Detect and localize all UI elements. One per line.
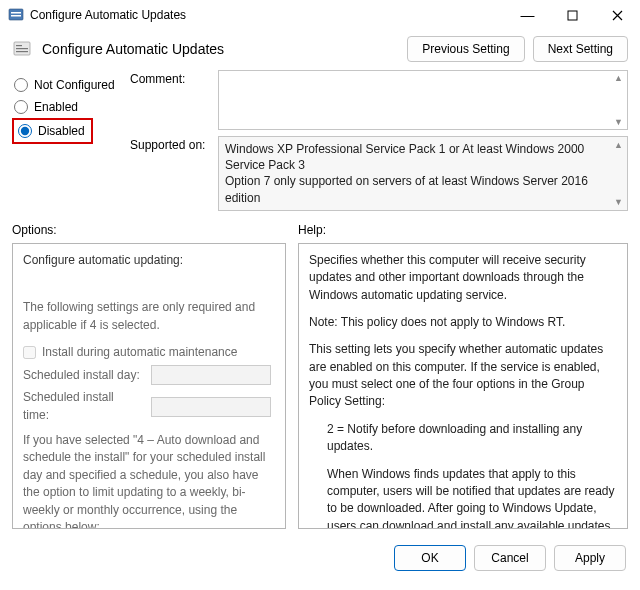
scheduled-day-select[interactable]: [151, 365, 271, 385]
help-p2: Note: This policy does not apply to Wind…: [309, 314, 617, 331]
radio-enabled-label: Enabled: [34, 100, 78, 114]
header: Configure Automatic Updates Previous Set…: [0, 30, 640, 70]
install-during-maintenance-checkbox[interactable]: [23, 346, 36, 359]
footer: OK Cancel Apply: [0, 537, 640, 579]
radio-disabled-input[interactable]: [18, 124, 32, 138]
disabled-highlight: Disabled: [12, 118, 93, 144]
supported-row: Supported on: Windows XP Professional Se…: [130, 136, 628, 211]
scheduled-time-label: Scheduled install time:: [23, 389, 143, 424]
radio-not-configured-label: Not Configured: [34, 78, 115, 92]
help-p1: Specifies whether this computer will rec…: [309, 252, 617, 304]
scroll-up-icon: ▲: [614, 139, 623, 151]
help-p3: This setting lets you specify whether au…: [309, 341, 617, 411]
maximize-button[interactable]: [550, 0, 595, 30]
radio-disabled-label: Disabled: [38, 124, 85, 138]
help-panel[interactable]: Specifies whether this computer will rec…: [298, 243, 628, 529]
svg-rect-0: [9, 9, 23, 20]
scheduled-time-row: Scheduled install time:: [23, 389, 275, 424]
scheduled-day-row: Scheduled install day:: [23, 365, 275, 385]
help-p4: 2 = Notify before downloading and instal…: [327, 421, 617, 456]
next-setting-button[interactable]: Next Setting: [533, 36, 628, 62]
panel-labels: Options: Help:: [0, 217, 640, 239]
svg-rect-6: [16, 48, 28, 49]
scroll-down-icon: ▼: [614, 196, 623, 208]
svg-rect-2: [11, 15, 21, 17]
ok-button[interactable]: OK: [394, 545, 466, 571]
svg-rect-3: [568, 11, 577, 20]
policy-item-icon: [12, 39, 32, 59]
svg-rect-7: [16, 51, 28, 52]
options-panel[interactable]: Configure automatic updating: The follow…: [12, 243, 286, 529]
window-title: Configure Automatic Updates: [30, 8, 186, 22]
apply-button[interactable]: Apply: [554, 545, 626, 571]
scheduled-day-label: Scheduled install day:: [23, 367, 143, 384]
scroll-down-icon: ▼: [614, 117, 623, 127]
svg-rect-5: [16, 45, 22, 46]
radio-enabled-input[interactable]: [14, 100, 28, 114]
install-during-maintenance-label: Install during automatic maintenance: [42, 344, 237, 361]
config-area: Not Configured Enabled Disabled Comment:…: [0, 70, 640, 217]
comment-label: Comment:: [130, 70, 210, 130]
scroll-up-icon: ▲: [614, 73, 623, 83]
titlebar: Configure Automatic Updates —: [0, 0, 640, 30]
help-p5: When Windows finds updates that apply to…: [327, 466, 617, 529]
limit-note: If you have selected "4 – Auto download …: [23, 432, 275, 529]
radio-not-configured-input[interactable]: [14, 78, 28, 92]
policy-title: Configure Automatic Updates: [42, 41, 224, 57]
svg-rect-1: [11, 12, 21, 14]
options-label: Options:: [12, 223, 286, 237]
configure-updating-label: Configure automatic updating:: [23, 252, 275, 269]
install-during-maintenance[interactable]: Install during automatic maintenance: [23, 344, 275, 361]
close-button[interactable]: [595, 0, 640, 30]
radio-enabled[interactable]: Enabled: [12, 96, 122, 118]
radio-disabled[interactable]: Disabled: [16, 122, 87, 140]
previous-setting-button[interactable]: Previous Setting: [407, 36, 524, 62]
supported-text: Windows XP Professional Service Pack 1 o…: [218, 136, 628, 211]
scheduled-time-select[interactable]: [151, 397, 271, 417]
minimize-button[interactable]: —: [505, 0, 550, 30]
comment-row: Comment: ▲ ▼: [130, 70, 628, 130]
supported-label: Supported on:: [130, 136, 210, 211]
cancel-button[interactable]: Cancel: [474, 545, 546, 571]
help-label: Help:: [298, 223, 326, 237]
panels: Configure automatic updating: The follow…: [0, 239, 640, 537]
state-radio-group: Not Configured Enabled Disabled: [12, 70, 122, 211]
policy-icon: [8, 7, 24, 23]
comment-textarea[interactable]: ▲ ▼: [218, 70, 628, 130]
radio-not-configured[interactable]: Not Configured: [12, 74, 122, 96]
required-note: The following settings are only required…: [23, 299, 275, 334]
